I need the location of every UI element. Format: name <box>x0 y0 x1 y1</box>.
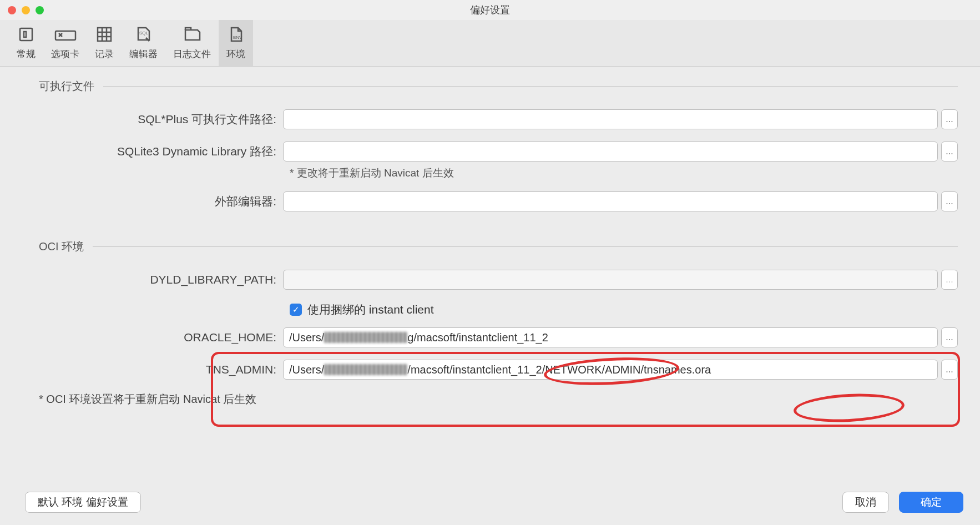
default-env-button[interactable]: 默认 环境 偏好设置 <box>25 492 141 513</box>
content: 可执行文件 SQL*Plus 可执行文件路径: ... SQLite3 Dyna… <box>0 67 980 407</box>
tab-tabs-label: 选项卡 <box>51 48 79 60</box>
row-dyld: DYLD_LIBRARY_PATH: ... <box>39 270 958 290</box>
oracle-home-browse-button[interactable]: ... <box>941 327 958 347</box>
redacted <box>324 364 407 375</box>
tns-admin-suffix: /macsoft/instantclient_11_2/NETWORK/ADMI… <box>407 364 711 376</box>
row-tns-admin: TNS_ADMIN: /Users/ /macsoft/instantclien… <box>39 360 958 380</box>
traffic-lights <box>8 6 44 14</box>
maximize-dot[interactable] <box>36 6 44 14</box>
group-exec: 可执行文件 <box>39 79 958 94</box>
exteditor-input[interactable] <box>283 191 938 211</box>
svg-rect-1 <box>24 32 26 37</box>
redacted <box>324 332 407 343</box>
group-oci: OCI 环境 <box>39 239 958 254</box>
use-bundled-checkbox[interactable]: ✓ <box>290 304 302 316</box>
cancel-button[interactable]: 取消 <box>842 492 889 513</box>
tabs-icon <box>53 24 78 44</box>
tab-env[interactable]: ENV 环境 <box>219 20 253 66</box>
svg-text:ENV: ENV <box>233 35 243 40</box>
sqlite-label: SQLite3 Dynamic Library 路径: <box>39 144 283 159</box>
tab-env-label: 环境 <box>226 48 245 60</box>
oracle-home-input[interactable]: /Users/ g/macsoft/instantclient_11_2 <box>283 327 938 347</box>
tab-editor-label: 编辑器 <box>129 48 158 60</box>
records-icon <box>95 24 113 44</box>
dyld-label: DYLD_LIBRARY_PATH: <box>39 273 283 286</box>
row-exteditor: 外部编辑器: ... <box>39 191 958 211</box>
ok-button[interactable]: 确定 <box>899 492 963 513</box>
tab-logfile[interactable]: 日志文件 <box>165 20 219 66</box>
exteditor-label: 外部编辑器: <box>39 194 283 209</box>
divider <box>93 246 958 247</box>
oracle-home-label: ORACLE_HOME: <box>39 331 283 344</box>
tab-tabs[interactable]: 选项卡 <box>43 20 87 66</box>
window-title: 偏好设置 <box>470 3 510 17</box>
minimize-dot[interactable] <box>22 6 30 14</box>
oracle-home-suffix: g/macsoft/instantclient_11_2 <box>407 331 548 344</box>
sqlplus-browse-button[interactable]: ... <box>941 109 958 129</box>
tab-records[interactable]: 记录 <box>87 20 122 66</box>
sqlplus-input[interactable] <box>283 109 938 129</box>
svg-text:SQL: SQL <box>139 31 149 36</box>
toolbar: 常规 选项卡 记录 SQL 编辑器 日志文件 ENV 环境 <box>0 20 980 67</box>
logfile-icon <box>182 24 202 44</box>
tns-admin-prefix: /Users/ <box>289 364 324 376</box>
tns-admin-browse-button[interactable]: ... <box>941 360 958 380</box>
sqlite-input[interactable] <box>283 142 938 161</box>
svg-rect-5 <box>98 28 111 41</box>
editor-icon: SQL <box>134 24 154 44</box>
dyld-browse-button: ... <box>941 270 958 290</box>
row-sqlplus: SQL*Plus 可执行文件路径: ... <box>39 109 958 129</box>
sqlite-note: * 更改将于重新启动 Navicat 后生效 <box>290 166 958 180</box>
titlebar: 偏好设置 <box>0 0 980 20</box>
oracle-home-prefix: /Users/ <box>289 331 324 344</box>
tns-admin-label: TNS_ADMIN: <box>39 363 283 376</box>
row-oracle-home: ORACLE_HOME: /Users/ g/macsoft/instantcl… <box>39 327 958 347</box>
exteditor-browse-button[interactable]: ... <box>941 191 958 211</box>
tab-editor[interactable]: SQL 编辑器 <box>122 20 165 66</box>
tab-general-label: 常规 <box>17 48 36 60</box>
tab-records-label: 记录 <box>95 48 114 60</box>
general-icon <box>17 24 35 44</box>
footer: 默认 环境 偏好设置 取消 确定 <box>25 492 963 513</box>
row-use-bundled[interactable]: ✓ 使用捆绑的 instant client <box>290 302 958 317</box>
tab-logfile-label: 日志文件 <box>173 48 211 60</box>
sqlite-browse-button[interactable]: ... <box>941 142 958 161</box>
env-icon: ENV <box>227 24 245 44</box>
oci-note: * OCI 环境设置将于重新启动 Navicat 后生效 <box>39 392 958 407</box>
tns-admin-input[interactable]: /Users/ /macsoft/instantclient_11_2/NETW… <box>283 360 938 380</box>
use-bundled-label: 使用捆绑的 instant client <box>307 302 434 317</box>
group-oci-title: OCI 环境 <box>39 239 84 254</box>
svg-rect-2 <box>55 31 75 40</box>
divider <box>103 86 958 87</box>
row-sqlite: SQLite3 Dynamic Library 路径: ... <box>39 142 958 161</box>
close-dot[interactable] <box>8 6 16 14</box>
dyld-input <box>283 270 938 290</box>
sqlplus-label: SQL*Plus 可执行文件路径: <box>39 112 283 127</box>
tab-general[interactable]: 常规 <box>9 20 43 66</box>
group-exec-title: 可执行文件 <box>39 79 94 94</box>
